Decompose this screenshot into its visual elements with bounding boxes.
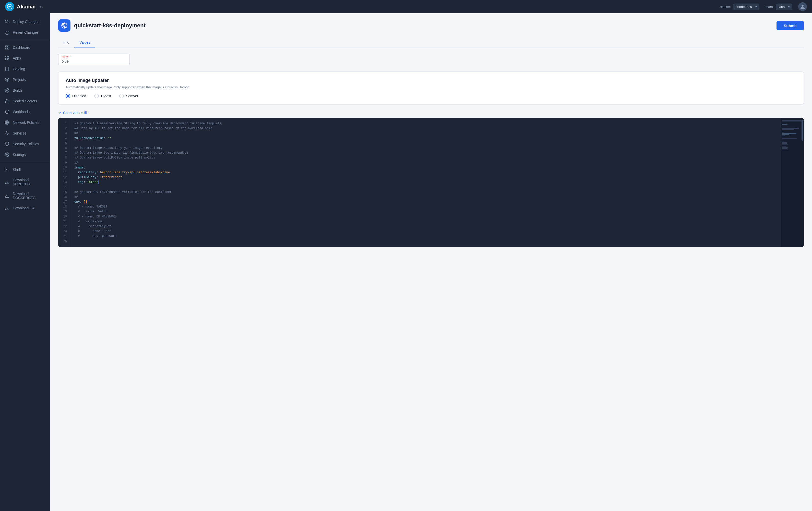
- sidebar-item-security-policies[interactable]: Security Policies: [0, 139, 50, 149]
- sidebar-item-settings[interactable]: Settings: [0, 149, 50, 160]
- sidebar-label-settings: Settings: [13, 153, 26, 157]
- line-number: 8: [63, 155, 70, 160]
- cluster-dropdown[interactable]: linode-labs: [733, 4, 759, 10]
- cluster-value: linode-labs: [736, 5, 752, 9]
- network-policies-icon: [5, 120, 10, 125]
- svg-point-12: [5, 59, 6, 60]
- sidebar-item-deploy-changes[interactable]: Deploy Changes: [0, 16, 50, 27]
- team-dropdown[interactable]: labs: [776, 4, 792, 10]
- minimap-line: [782, 123, 782, 124]
- text-cursor: [98, 180, 99, 184]
- sidebar-item-projects[interactable]: Projects: [0, 74, 50, 85]
- submit-button[interactable]: Submit: [777, 21, 804, 30]
- sidebar-label-download-kubecfg: Download KUBECFG: [13, 178, 46, 186]
- sidebar-item-services[interactable]: Services: [0, 128, 50, 139]
- code-line: fullnameOverride: "": [74, 136, 777, 141]
- sidebar-item-catalog[interactable]: Catalog: [0, 64, 50, 74]
- chart-values-link[interactable]: Chart values file: [63, 111, 89, 115]
- logo[interactable]: Akamai: [5, 2, 36, 11]
- line-number: 2: [63, 126, 70, 131]
- sidebar-label-builds: Builds: [13, 88, 23, 92]
- minimap-line: [782, 134, 789, 135]
- sidebar-label-workloads: Workloads: [13, 110, 30, 114]
- line-number: 22: [61, 224, 70, 229]
- sidebar-item-download-kubecfg[interactable]: Download KUBECFG: [0, 175, 50, 189]
- code-line: # key: password: [74, 234, 777, 239]
- line-number: 20: [61, 214, 70, 219]
- minimap-line: [782, 121, 803, 122]
- sidebar-item-workloads[interactable]: Workloads: [0, 107, 50, 117]
- minimap-line: [782, 148, 787, 149]
- code-content[interactable]: ## @param fullnameOverride String to ful…: [70, 118, 781, 247]
- radio-disabled-label: Disabled: [72, 94, 86, 98]
- layout: Deploy Changes Revert Changes Dashboard …: [0, 13, 812, 511]
- sidebar-label-download-ca: Download CA: [13, 206, 35, 210]
- svg-point-7: [7, 56, 8, 57]
- radio-disabled[interactable]: Disabled: [66, 94, 86, 98]
- sidebar-item-revert-changes[interactable]: Revert Changes: [0, 27, 50, 38]
- code-line: repository: harbor.labs.try-apl.net/team…: [74, 170, 777, 175]
- logo-icon: [5, 2, 14, 11]
- code-line: # - name: DB_PASSWORD: [74, 214, 777, 219]
- minimap-line: [782, 146, 786, 147]
- svg-rect-17: [5, 101, 9, 103]
- code-line: ## @param image.repository your image re…: [74, 146, 777, 151]
- line-number: 17: [61, 200, 70, 205]
- minimap-line: [782, 136, 785, 136]
- radio-semver-dot: [119, 94, 124, 98]
- collapse-sidebar-button[interactable]: ‹‹: [40, 4, 43, 9]
- line-number: 15: [61, 190, 70, 195]
- sidebar-item-download-ca[interactable]: Download CA: [0, 203, 50, 213]
- minimap-line: [782, 145, 788, 145]
- line-number: 4: [63, 136, 70, 141]
- minimap-lines: [781, 118, 804, 154]
- code-line: # valueFrom:: [74, 219, 777, 224]
- page-header: quickstart-k8s-deployment Submit: [58, 20, 804, 32]
- svg-point-8: [8, 56, 9, 57]
- code-editor[interactable]: 1234567891011121314151617181920212223242…: [58, 118, 804, 247]
- user-avatar[interactable]: [798, 2, 807, 11]
- line-number: 24: [61, 234, 70, 239]
- auto-updater-description: Automatically update the image. Only sup…: [66, 85, 796, 89]
- sidebar-item-network-policies[interactable]: Network Policies: [0, 117, 50, 128]
- radio-semver-label: Semver: [126, 94, 138, 98]
- line-number: 14: [61, 185, 70, 190]
- scrollbar-track[interactable]: [802, 118, 803, 247]
- sidebar-label-security-policies: Security Policies: [13, 142, 39, 146]
- projects-icon: [5, 77, 10, 82]
- sidebar-item-sealed-secrets[interactable]: Sealed Secrets: [0, 96, 50, 107]
- code-line: [74, 239, 777, 244]
- sidebar-item-download-dockercfg[interactable]: Download DOCKERCFG: [0, 189, 50, 203]
- team-value: labs: [779, 5, 785, 9]
- sidebar-divider-1: [0, 40, 50, 40]
- auto-updater-radio-group: Disabled Digest Semver: [66, 94, 796, 98]
- tabs: Info Values: [58, 38, 804, 48]
- name-input[interactable]: [61, 55, 126, 63]
- radio-semver[interactable]: Semver: [119, 94, 138, 98]
- dashboard-icon: [5, 45, 10, 50]
- page-header-left: quickstart-k8s-deployment: [58, 20, 146, 32]
- code-line: ## @param fullnameOverride String to ful…: [74, 121, 777, 126]
- sidebar-item-apps[interactable]: Apps: [0, 53, 50, 64]
- sidebar-item-builds[interactable]: Builds: [0, 85, 50, 96]
- code-line: image:: [74, 166, 777, 170]
- auto-updater-title: Auto image updater: [66, 78, 796, 83]
- workloads-icon: [5, 109, 10, 114]
- tab-info[interactable]: Info: [58, 38, 74, 48]
- team-selector[interactable]: team: labs: [765, 4, 792, 10]
- tab-values[interactable]: Values: [74, 38, 95, 48]
- sidebar-item-dashboard[interactable]: Dashboard: [0, 42, 50, 53]
- required-asterisk: *: [69, 55, 70, 58]
- line-number: 7: [63, 151, 70, 155]
- line-number: 13: [61, 180, 70, 185]
- cluster-selector[interactable]: cluster: linode-labs: [720, 4, 759, 10]
- minimap-line: [782, 128, 799, 129]
- line-numbers: 1234567891011121314151617181920212223242…: [58, 118, 70, 247]
- external-link-icon: ↗: [58, 111, 61, 115]
- scrollbar-thumb[interactable]: [802, 120, 803, 141]
- sidebar-item-shell[interactable]: Shell: [0, 164, 50, 175]
- radio-digest[interactable]: Digest: [94, 94, 111, 98]
- sidebar-label-deploy-changes: Deploy Changes: [13, 20, 39, 24]
- minimap-line: [782, 133, 796, 134]
- line-number: 9: [63, 160, 70, 166]
